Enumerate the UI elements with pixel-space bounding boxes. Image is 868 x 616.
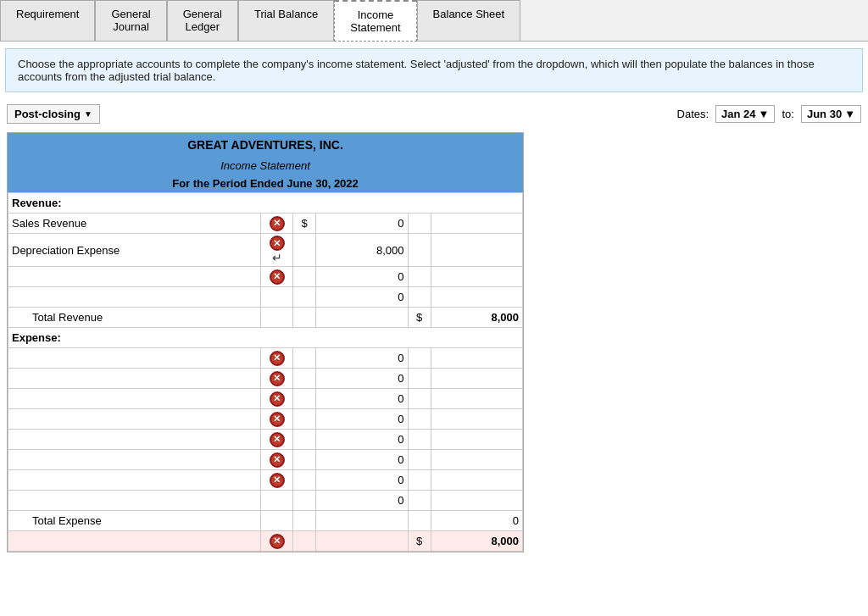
table-row: ✕ 0 xyxy=(8,409,523,430)
remove-button[interactable]: ✕ xyxy=(270,236,285,251)
expense-subtotal-row: 0 xyxy=(8,491,523,511)
table-row: ✕ 0 xyxy=(8,430,523,450)
statement-title: Income Statement xyxy=(8,157,523,175)
dropdown-arrow-icon: ▼ xyxy=(84,109,92,119)
tab-general-journal[interactable]: General Journal xyxy=(95,0,166,41)
date-from-arrow-icon: ▼ xyxy=(759,108,770,120)
expense-label-5 xyxy=(8,430,261,450)
table-row: ✕ 0 xyxy=(8,389,523,409)
remove-button[interactable]: ✕ xyxy=(270,351,285,366)
company-name: GREAT ADVENTURES, INC. xyxy=(8,133,523,157)
subtotal-value: 0 xyxy=(316,287,408,308)
amount-value: 0 xyxy=(316,214,408,234)
table-row: Depreciation Expense ✕ ↵ 8,000 xyxy=(8,234,523,267)
total-expense-label: Total Expense xyxy=(8,511,261,531)
remove-cell: ✕ xyxy=(261,214,293,234)
total-revenue-row: Total Revenue $ 8,000 xyxy=(8,308,523,328)
dates-section: Dates: Jan 24 ▼ to: Jun 30 ▼ xyxy=(677,105,861,123)
dollar-sign-empty xyxy=(293,234,316,267)
expense-label-1 xyxy=(8,348,261,369)
table-row: ✕ 0 xyxy=(8,267,523,287)
dollar2-empty xyxy=(408,267,431,287)
remove-button[interactable]: ✕ xyxy=(270,452,285,468)
statement-period: For the Period Ended June 30, 2022 xyxy=(8,175,523,192)
expense-label-4 xyxy=(8,409,261,430)
total-revenue-amount1-empty xyxy=(316,308,408,328)
remove-cell: ✕ ↵ xyxy=(261,234,293,267)
remove-button[interactable]: ✕ xyxy=(270,269,285,285)
remove-button[interactable]: ✕ xyxy=(270,371,285,386)
tab-general-ledger[interactable]: General Ledger xyxy=(167,0,238,41)
table-row: ✕ 0 xyxy=(8,369,523,389)
row-label-empty xyxy=(8,267,261,287)
net-amount: 8,000 xyxy=(431,531,522,552)
expense-section-header: Expense: xyxy=(8,328,523,348)
enter-icon[interactable]: ↵ xyxy=(272,251,282,264)
remove-button[interactable]: ✕ xyxy=(270,432,285,447)
total-revenue-dollar: $ xyxy=(408,308,431,328)
remove-button[interactable]: ✕ xyxy=(270,391,285,407)
income-statement-table: GREAT ADVENTURES, INC. Income Statement … xyxy=(7,132,524,552)
expense-label-3 xyxy=(8,389,261,409)
expense-subtotal-label-empty xyxy=(8,491,261,511)
table-row: Sales Revenue ✕ $ 0 xyxy=(8,214,523,234)
dates-label: Dates: xyxy=(677,108,709,120)
date-to-value: Jun 30 xyxy=(807,108,842,120)
amount2-empty xyxy=(431,214,522,234)
dollar-empty2 xyxy=(293,287,316,308)
row-label: Sales Revenue xyxy=(8,214,261,234)
net-income-row: ✕ $ 8,000 xyxy=(8,531,523,552)
tab-bar: Requirement General Journal General Ledg… xyxy=(0,0,868,42)
remove-cell-empty xyxy=(261,287,293,308)
total-revenue-label: Total Revenue xyxy=(8,308,261,328)
expense-label-2 xyxy=(8,369,261,389)
dollar2-empty2 xyxy=(408,287,431,308)
row-label: Depreciation Expense xyxy=(8,234,261,267)
total-expense-row: Total Expense 0 xyxy=(8,511,523,531)
remove-button[interactable]: ✕ xyxy=(270,534,285,549)
tab-balance-sheet[interactable]: Balance Sheet xyxy=(417,0,521,41)
net-dollar: $ xyxy=(408,531,431,552)
date-to-arrow-icon: ▼ xyxy=(844,108,855,120)
amount-value: 8,000 xyxy=(316,234,408,267)
filter-label: Post-closing xyxy=(14,108,81,120)
date-to-dropdown[interactable]: Jun 30 ▼ xyxy=(801,105,861,123)
table-row: ✕ 0 xyxy=(8,470,523,491)
subtotal-row: 0 xyxy=(8,287,523,308)
amount2-empty xyxy=(431,267,522,287)
tab-requirement[interactable]: Requirement xyxy=(0,0,95,41)
amount2-empty xyxy=(431,234,522,267)
net-label-empty xyxy=(8,531,261,552)
revenue-section-header: Revenue: xyxy=(8,193,523,214)
row-label-empty xyxy=(8,287,261,308)
tab-trial-balance[interactable]: Trial Balance xyxy=(238,0,334,41)
dollar-empty xyxy=(293,267,316,287)
remove-cell-empty2 xyxy=(261,308,293,328)
table-row: ✕ 0 xyxy=(8,348,523,369)
table-row: ✕ 0 xyxy=(8,450,523,470)
remove-button[interactable]: ✕ xyxy=(270,412,285,427)
expense-label-7 xyxy=(8,470,261,491)
total-revenue-amount: 8,000 xyxy=(431,308,522,328)
remove-cell: ✕ xyxy=(261,267,293,287)
amount2-empty2 xyxy=(431,287,522,308)
date-from-dropdown[interactable]: Jan 24 ▼ xyxy=(715,105,775,123)
dollar-sign: $ xyxy=(293,214,316,234)
expense-label-6 xyxy=(8,450,261,470)
dollar-empty3 xyxy=(293,308,316,328)
filter-dropdown[interactable]: Post-closing ▼ xyxy=(7,104,100,124)
tab-income-statement[interactable]: Income Statement xyxy=(334,0,416,42)
date-to-label: to: xyxy=(782,108,793,120)
date-from-value: Jan 24 xyxy=(721,108,755,120)
toolbar: Post-closing ▼ Dates: Jan 24 ▼ to: Jun 3… xyxy=(0,99,868,129)
remove-button[interactable]: ✕ xyxy=(270,473,285,488)
total-expense-amount: 0 xyxy=(431,511,522,531)
info-banner: Choose the appropriate accounts to compl… xyxy=(5,48,863,92)
dollar2-empty xyxy=(408,234,431,267)
remove-button[interactable]: ✕ xyxy=(270,216,285,231)
dollar2-empty xyxy=(408,214,431,234)
amount-value: 0 xyxy=(316,267,408,287)
